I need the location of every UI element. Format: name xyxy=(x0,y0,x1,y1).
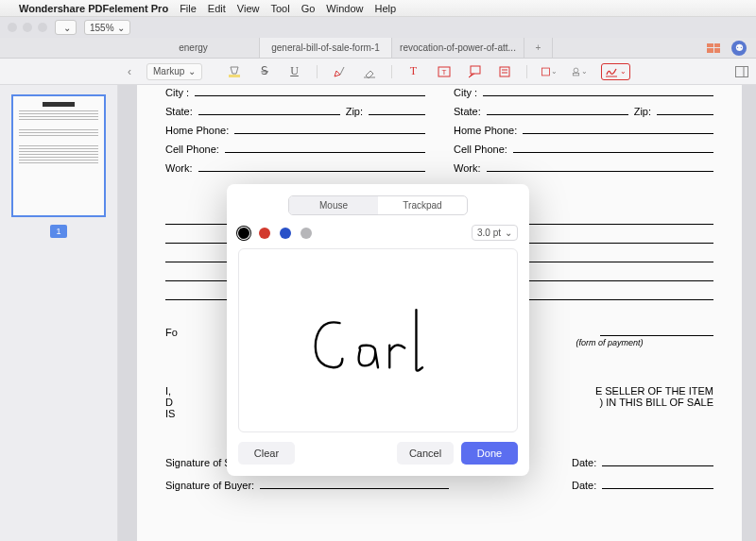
signature-canvas[interactable] xyxy=(238,248,518,432)
color-red[interactable] xyxy=(259,228,270,239)
stroke-width-select[interactable]: 3.0 pt ⌄ xyxy=(472,225,518,241)
clear-button[interactable]: Clear xyxy=(238,442,295,465)
segment-trackpad[interactable]: Trackpad xyxy=(378,196,467,214)
color-gray[interactable] xyxy=(301,228,312,239)
segment-mouse[interactable]: Mouse xyxy=(289,196,378,214)
done-button[interactable]: Done xyxy=(461,442,518,465)
color-picker-row: 3.0 pt ⌄ xyxy=(238,225,518,241)
color-blue[interactable] xyxy=(280,228,291,239)
chevron-down-icon: ⌄ xyxy=(505,228,512,238)
signature-modal: Mouse Trackpad 3.0 pt ⌄ xyxy=(227,184,529,476)
handwritten-signature xyxy=(302,294,454,388)
input-method-segment[interactable]: Mouse Trackpad xyxy=(288,195,468,215)
signature-modal-overlay: Mouse Trackpad 3.0 pt ⌄ xyxy=(0,0,756,541)
color-black[interactable] xyxy=(238,228,249,239)
cancel-button[interactable]: Cancel xyxy=(397,442,454,465)
